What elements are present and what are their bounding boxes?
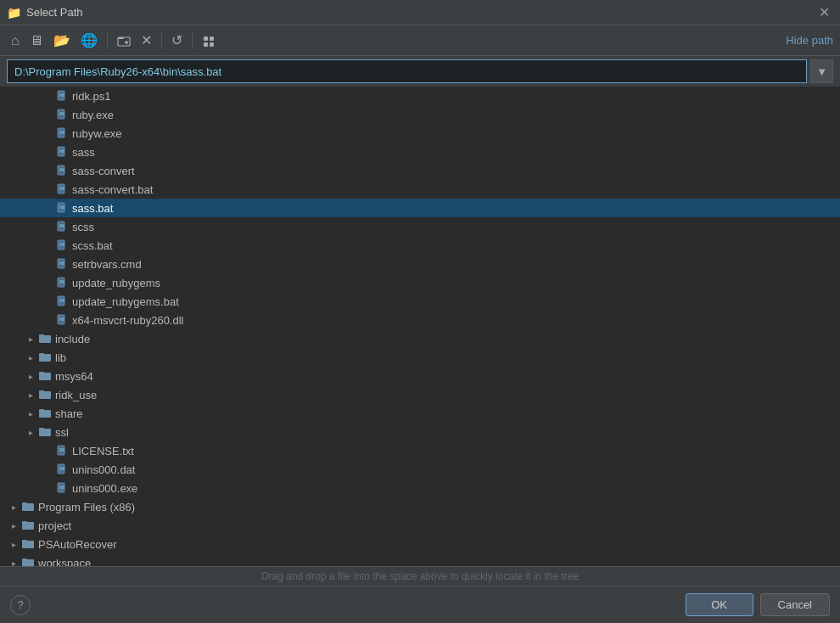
item-label: rubyw.exe [72,127,122,140]
expander-icon: ▸ [7,558,20,567]
item-label: sass.bat [72,202,113,215]
tree-item-workspace[interactable]: ▸workspace [0,553,840,566]
svg-rect-52 [58,483,64,492]
expander-icon: ▸ [7,521,20,530]
folder-icon [37,371,53,381]
item-label: setrbvars.cmd [72,258,142,271]
file-icon [54,295,70,307]
toolbar: ⌂ 🖥 📂 🌐 ✕ ↺ Hide path [0,25,840,56]
file-icon [54,202,70,214]
svg-rect-37 [58,278,64,287]
toolbar-sep-3 [192,32,193,49]
folder-icon [20,558,36,566]
tree-item-msys64[interactable]: ▸msys64 [0,367,840,385]
ok-button[interactable]: OK [686,593,753,616]
tree-item-sass-convert.bat[interactable]: sass-convert.bat [0,180,840,199]
toolbar-sep-2 [161,32,162,49]
folder-icon [37,408,53,418]
folder-icon [20,502,36,512]
refresh-btn[interactable]: ↺ [167,30,187,51]
close-button[interactable]: ✕ [815,4,833,21]
tree-item-LICENSE.txt[interactable]: LICENSE.txt [0,441,840,460]
tree-item-lib[interactable]: ▸lib [0,348,840,367]
cancel-button[interactable]: Cancel [760,593,830,616]
svg-rect-31 [58,240,64,250]
file-icon [54,165,70,177]
expander-icon: ▸ [24,372,37,381]
item-label: ssl [55,426,69,439]
tree-item-include[interactable]: ▸include [0,329,840,348]
file-icon [54,445,70,457]
help-button[interactable]: ? [10,595,31,615]
status-text: Drag and drop a file into the space abov… [261,570,579,582]
tree-item-scss[interactable]: scss [0,217,840,236]
file-icon [54,314,70,326]
tree-item-share[interactable]: ▸share [0,404,840,423]
tree-item-rubyw.exe[interactable]: rubyw.exe [0,124,840,143]
svg-rect-49 [58,464,64,474]
svg-rect-5 [204,42,208,47]
hide-path-button[interactable]: Hide path [786,34,833,47]
btn-bar-right: OK Cancel [686,593,830,616]
delete-btn[interactable]: ✕ [137,30,156,51]
expander-icon: ▸ [24,428,37,437]
item-label: workspace [38,557,91,567]
status-bar: Drag and drop a file into the space abov… [0,566,840,586]
item-label: sass [72,146,95,159]
tree-item-project[interactable]: ▸project [0,516,840,535]
file-tree[interactable]: ridk.ps1ruby.exerubyw.exesasssass-conver… [0,87,840,566]
file-icon [54,109,70,121]
item-label: scss [72,221,94,233]
item-label: x64-msvcrt-ruby260.dll [72,314,184,327]
new-folder-btn[interactable] [113,31,135,50]
item-label: sass-convert [72,165,135,177]
tree-item-unins000.exe[interactable]: unins000.exe [0,479,840,497]
svg-rect-10 [58,109,64,119]
tree-item-ridk_use[interactable]: ▸ridk_use [0,385,840,404]
item-label: PSAutoRecover [38,538,117,551]
expander-icon: ▸ [24,390,37,400]
tree-item-update_rubygems.bat[interactable]: update_rubygems.bat [0,292,840,311]
network-btn[interactable]: 🌐 [76,30,102,51]
tree-item-ruby.exe[interactable]: ruby.exe [0,105,840,124]
item-label: ruby.exe [72,109,114,121]
item-label: scss.bat [72,239,113,252]
svg-rect-16 [58,147,64,156]
tree-item-x64-msvcrt-ruby260.dll[interactable]: x64-msvcrt-ruby260.dll [0,311,840,329]
item-label: update_rubygems [72,277,160,289]
file-icon [54,463,70,475]
folder-icon [37,352,53,362]
home-btn[interactable]: ⌂ [7,31,24,51]
svg-rect-4 [210,36,214,41]
item-label: ridk_use [55,389,97,401]
svg-rect-25 [58,203,64,212]
path-input[interactable] [7,59,807,83]
tree-item-scss.bat[interactable]: scss.bat [0,236,840,255]
tree-item-PSAutoRecover[interactable]: ▸PSAutoRecover [0,535,840,553]
special-btn[interactable] [198,31,220,50]
svg-rect-22 [58,184,64,194]
tree-item-setrbvars.cmd[interactable]: setrbvars.cmd [0,255,840,273]
toolbar-sep-1 [107,32,108,49]
svg-rect-19 [58,166,64,175]
tree-item-Program Files (x86)[interactable]: ▸Program Files (x86) [0,497,840,516]
path-dropdown-btn[interactable]: ▼ [810,59,833,83]
tree-item-sass[interactable]: sass [0,143,840,161]
tree-item-sass-convert[interactable]: sass-convert [0,161,840,180]
desktop-btn[interactable]: 🖥 [25,31,48,51]
tree-item-ridk.ps1[interactable]: ridk.ps1 [0,87,840,105]
item-label: update_rubygems.bat [72,295,179,308]
tree-item-ssl[interactable]: ▸ssl [0,423,840,441]
svg-rect-34 [58,259,64,268]
tree-item-sass.bat[interactable]: sass.bat [0,199,840,217]
expander-icon: ▸ [24,334,37,344]
item-label: include [55,333,90,345]
folder-open-btn[interactable]: 📂 [49,30,75,51]
file-icon [54,183,70,195]
tree-item-unins000.dat[interactable]: unins000.dat [0,460,840,479]
dialog-title: Select Path [26,6,83,19]
expander-icon: ▸ [7,502,20,512]
tree-item-update_rubygems[interactable]: update_rubygems [0,273,840,292]
item-label: unins000.dat [72,463,135,476]
svg-rect-43 [58,315,64,324]
